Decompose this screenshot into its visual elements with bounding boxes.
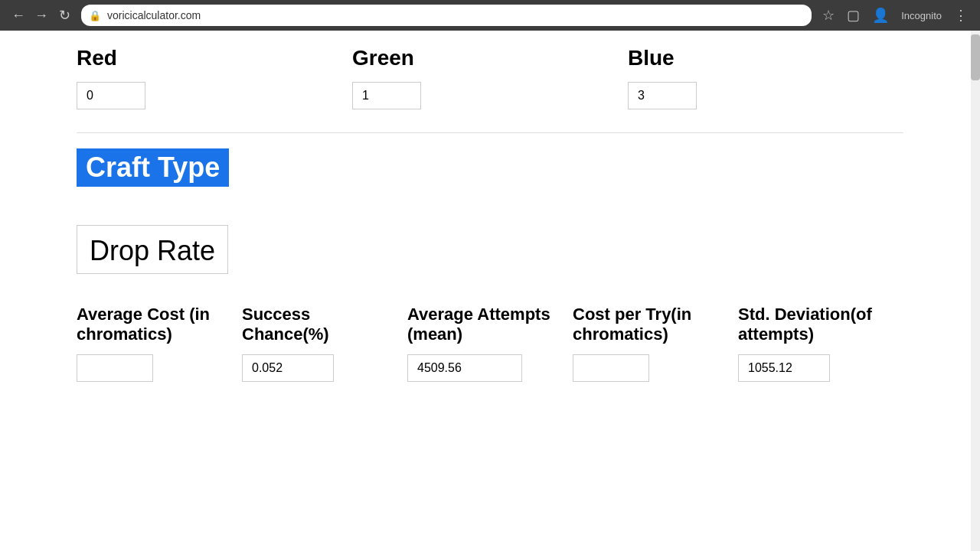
red-label: Red [77,46,352,70]
browser-actions: ☆ ▢ 👤 Incognito ⋮ [819,5,971,25]
avg-attempts-input[interactable] [407,354,522,382]
drop-rate-label: Drop Rate [90,235,215,266]
tab-icon[interactable]: ▢ [844,5,863,25]
stat-col-avg-cost: Average Cost (in chromatics) [77,305,242,382]
bookmark-icon[interactable]: ☆ [819,5,838,25]
reload-button[interactable]: ↻ [55,6,74,24]
blue-label: Blue [628,46,903,70]
green-label: Green [352,46,628,70]
lock-icon: 🔒 [89,10,101,21]
drop-rate-box: Drop Rate [77,225,228,274]
forward-button[interactable]: → [32,6,51,24]
stats-grid: Average Cost (in chromatics) Success Cha… [77,305,903,390]
blue-column: Blue [628,46,903,109]
scrollbar-thumb[interactable] [971,34,980,80]
avg-cost-input[interactable] [77,354,153,382]
green-input[interactable] [352,82,421,109]
avg-attempts-title: Average Attempts (mean) [407,305,565,345]
menu-icon[interactable]: ⋮ [951,5,971,25]
stat-col-success: Success Chance(%) [242,305,407,382]
cost-per-try-input[interactable] [573,354,649,382]
red-column: Red [77,46,352,109]
browser-chrome: ← → ↻ 🔒 voricicalculator.com ☆ ▢ 👤 Incog… [0,0,980,31]
green-column: Green [352,46,628,109]
red-input[interactable] [77,82,145,109]
nav-buttons: ← → ↻ [9,6,74,24]
craft-type-section: Craft Type [77,133,903,194]
incognito-label: Incognito [898,8,945,23]
url-text: voricicalculator.com [107,9,201,21]
success-chance-title: Success Chance(%) [242,305,400,345]
std-dev-title: Std. Deviation(of attempts) [738,305,896,345]
success-chance-input[interactable] [242,354,334,382]
page-content: Red Green Blue Craft Type Drop Rate Aver… [0,31,980,551]
avg-cost-title: Average Cost (in chromatics) [77,305,234,345]
stat-col-avg-attempts: Average Attempts (mean) [407,305,573,382]
stat-col-std-dev: Std. Deviation(of attempts) [738,305,903,382]
incognito-icon: 👤 [869,5,892,25]
cost-per-try-title: Cost per Try(in chromatics) [573,305,730,345]
address-bar[interactable]: 🔒 voricicalculator.com [81,5,812,26]
scrollbar[interactable] [971,31,980,551]
blue-input[interactable] [628,82,697,109]
craft-type-label: Craft Type [77,148,229,187]
color-section: Red Green Blue [77,31,903,133]
std-dev-input[interactable] [738,354,830,382]
stat-col-cost-per-try: Cost per Try(in chromatics) [573,305,738,382]
drop-rate-container: Drop Rate [77,210,903,297]
back-button[interactable]: ← [9,6,28,24]
